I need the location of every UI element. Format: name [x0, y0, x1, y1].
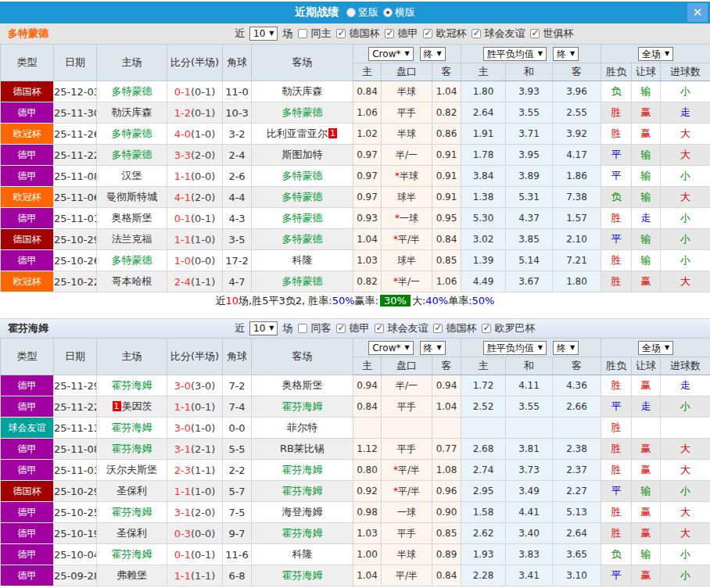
match-row: 欧冠杯25-10-22哥本哈根2-4(1-1)4-7多特蒙德0.82*半/一1.… [1, 271, 710, 292]
radio-vertical-label[interactable]: 竖版 [358, 5, 378, 20]
handicap-home-odds: 0.94 [353, 375, 382, 396]
home-team: 多特蒙德 [97, 250, 167, 271]
league-checkbox[interactable] [336, 324, 346, 333]
panel-title: 近期战绩 [295, 5, 339, 20]
scope-select[interactable]: 全场▼ [638, 47, 673, 61]
league-checkbox[interactable] [472, 29, 481, 38]
league-checkbox[interactable] [385, 29, 394, 38]
radio-horizontal-label[interactable]: 横版 [395, 5, 415, 20]
result-goals: 大 [661, 502, 710, 523]
sub-home: 主 [353, 357, 382, 375]
final-odds-select[interactable]: 终▼ [420, 341, 446, 355]
euro-home-odds: 2.74 [461, 460, 506, 481]
sub-handicap: 盘口 [382, 357, 432, 375]
away-team: 奥格斯堡 [252, 375, 353, 396]
handicap-line: 平手 [382, 523, 432, 544]
home-team: 奥格斯堡 [97, 208, 167, 229]
match-row: 欧冠杯25-11-26多特蒙德4-0(1-0)3-2比利亚雷亚尔11.02半球0… [1, 124, 710, 145]
match-score: 3-0(3-0) [167, 375, 223, 396]
final-odds-select-2[interactable]: 终▼ [553, 341, 579, 355]
scope-select[interactable]: 全场▼ [638, 341, 673, 355]
handicap-home-odds: 1.04 [353, 565, 382, 586]
result-goals: 小 [661, 250, 710, 271]
home-team: 汉堡 [97, 166, 167, 187]
result-wdl: 平 [601, 229, 632, 250]
match-type-badge: 德甲 [1, 208, 54, 229]
chevron-down-icon: ▼ [437, 48, 442, 59]
result-wdl: 胜 [601, 375, 632, 396]
euro-away-odds [553, 418, 601, 439]
corner-count: 7-4 [223, 396, 252, 418]
league-checkbox[interactable] [423, 29, 432, 38]
handicap-home-odds: 1.00 [353, 544, 382, 565]
match-type-badge: 欧冠杯 [1, 187, 54, 208]
result-wdl: 平 [601, 166, 632, 187]
bookmaker-select[interactable]: Crow*▼ [368, 341, 413, 355]
final-odds-select-2[interactable]: 终▼ [553, 47, 579, 61]
euro-draw-odds: 4.41 [506, 502, 553, 523]
league-label: 欧冠杯 [436, 27, 466, 41]
result-handicap: 赢 [632, 565, 661, 586]
euro-away-odds: 7.38 [553, 187, 601, 208]
league-checkbox[interactable] [530, 29, 540, 38]
league-checkbox[interactable] [433, 324, 443, 333]
col-corner: 角球 [223, 45, 252, 81]
home-team-name: 多特蒙德 [112, 127, 152, 139]
fulltime-score: 2-3 [174, 464, 191, 476]
result-goals: 大 [661, 187, 710, 208]
league-checkbox[interactable] [336, 29, 346, 38]
team-name: 多特蒙德 [0, 27, 235, 41]
league-checkbox[interactable] [375, 324, 384, 333]
match-type-badge: 德甲 [1, 544, 54, 565]
radio-vertical-layout[interactable] [346, 8, 356, 17]
match-type-badge: 德甲 [1, 439, 54, 460]
euro-home-odds [461, 418, 506, 439]
home-team: 霍芬海姆 [97, 418, 167, 439]
away-team-name: 多特蒙德 [282, 275, 323, 287]
col-home: 主场 [97, 339, 167, 375]
header-row-groups: 类型日期主场比分(半场)角球客场Crow*▼终▼胜平负均值▼终▼全场▼ [1, 45, 710, 63]
result-goals: 小 [661, 565, 710, 586]
fulltime-score: 1-2 [174, 107, 191, 119]
select-value: 全场 [642, 342, 661, 353]
halftime-score: (0-1) [191, 213, 215, 224]
home-team: 圣保利 [97, 523, 167, 544]
euro-home-odds: 1.91 [461, 124, 506, 145]
result-group: 全场▼ [601, 45, 710, 63]
match-count-select[interactable]: 10▼ [249, 27, 278, 41]
final-odds-select[interactable]: 终▼ [420, 47, 446, 61]
home-team-name: 霍芬海姆 [112, 421, 152, 433]
handicap-line: 球半 [382, 250, 432, 271]
recent-results-panel: 近期战绩 竖版 横版 ✕ 多特蒙德近10▼场 同主 德国杯德甲欧冠杯球会友谊世俱… [0, 0, 710, 588]
handicap-line: 半/一 [382, 145, 432, 166]
match-score: 2-3(1-1) [167, 460, 223, 481]
handicap-line: 球半 [382, 187, 432, 208]
away-team: 科隆 [252, 544, 353, 565]
bookmaker-select[interactable]: Crow*▼ [368, 47, 413, 61]
handicap-line: *平/半 [382, 481, 432, 502]
wdl-average-select[interactable]: 胜平负均值▼ [483, 47, 547, 61]
wdl-average-select[interactable]: 胜平负均值▼ [483, 341, 547, 355]
header-row-groups: 类型日期主场比分(半场)角球客场Crow*▼终▼胜平负均值▼终▼全场▼ [1, 339, 710, 357]
close-icon[interactable]: ✕ [687, 3, 708, 22]
handicap-text: 半/一 [398, 276, 420, 287]
away-team-name: 科隆 [292, 254, 313, 266]
match-score: 0-1(0-1) [167, 544, 223, 565]
home-team: 霍芬海姆 [97, 544, 167, 565]
same-side-checkbox[interactable] [298, 29, 307, 38]
handicap-home-odds: 0.98 [353, 502, 382, 523]
same-side-label: 同主 [310, 27, 331, 41]
halftime-score: (2-0) [191, 192, 215, 203]
home-team-name: 圣保利 [117, 485, 147, 497]
match-type-badge: 德甲 [1, 460, 54, 481]
euro-draw-odds: 3.55 [506, 102, 553, 124]
match-date: 25-11-22 [54, 145, 97, 166]
radio-horizontal-layout[interactable] [383, 8, 393, 17]
result-goals: 小 [661, 481, 710, 502]
halftime-score: (2-0) [191, 507, 215, 518]
same-side-checkbox[interactable] [298, 324, 307, 333]
league-checkbox[interactable] [482, 324, 491, 333]
match-count-select[interactable]: 10▼ [249, 321, 278, 335]
handicap-home-odds [353, 418, 382, 439]
home-team: 1美因茨 [97, 396, 167, 418]
